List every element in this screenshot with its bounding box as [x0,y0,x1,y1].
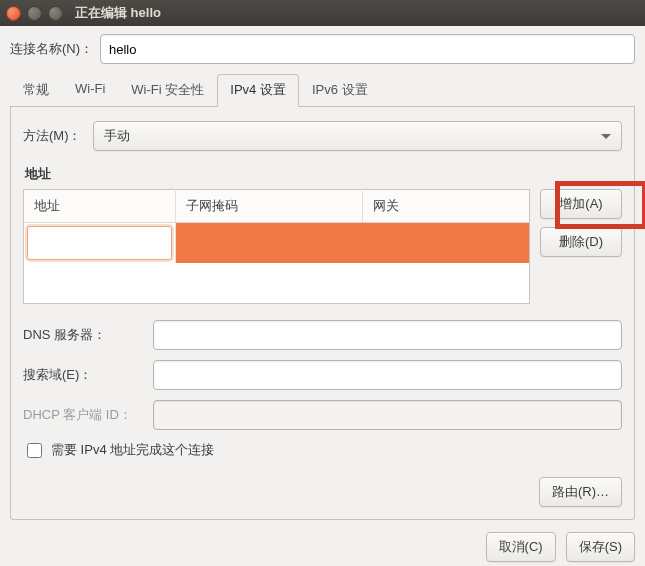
ipv4-panel: 方法(M)： 手动 地址 地址 子网掩码 网关 [10,107,635,520]
column-header-gateway[interactable]: 网关 [363,190,530,223]
tab-ipv6-settings[interactable]: IPv6 设置 [299,74,381,107]
require-ipv4-checkbox[interactable] [27,443,42,458]
dns-servers-input[interactable] [153,320,622,350]
table-header-row: 地址 子网掩码 网关 [24,190,530,223]
connection-name-label: 连接名称(N)： [10,40,100,58]
method-value: 手动 [104,127,130,145]
chevron-down-icon [601,134,611,139]
search-domains-label: 搜索域(E)： [23,366,153,384]
address-cell-input[interactable] [27,226,172,260]
tab-general[interactable]: 常规 [10,74,62,107]
tab-wifi[interactable]: Wi-Fi [62,74,118,107]
dns-servers-label: DNS 服务器： [23,326,153,344]
column-header-netmask[interactable]: 子网掩码 [175,190,362,223]
addresses-table[interactable]: 地址 子网掩码 网关 [23,189,530,304]
method-dropdown[interactable]: 手动 [93,121,622,151]
tabs: 常规 Wi-Fi Wi-Fi 安全性 IPv4 设置 IPv6 设置 [10,74,635,107]
dhcp-client-id-label: DHCP 客户端 ID： [23,406,153,424]
table-empty-area [24,263,530,303]
selected-row-highlight [175,223,529,264]
delete-button[interactable]: 删除(D) [540,227,622,257]
require-ipv4-label: 需要 IPv4 地址完成这个连接 [51,441,214,459]
window-titlebar: 正在编辑 hello [0,0,645,26]
dhcp-client-id-input [153,400,622,430]
tab-wifi-security[interactable]: Wi-Fi 安全性 [118,74,217,107]
add-button[interactable]: 增加(A) [540,189,622,219]
save-button[interactable]: 保存(S) [566,532,635,562]
tab-ipv4-settings[interactable]: IPv4 设置 [217,74,299,107]
maximize-icon[interactable] [48,6,63,21]
method-label: 方法(M)： [23,127,93,145]
cancel-button[interactable]: 取消(C) [486,532,556,562]
routes-button[interactable]: 路由(R)… [539,477,622,507]
table-row[interactable] [24,223,530,264]
column-header-address[interactable]: 地址 [24,190,176,223]
close-icon[interactable] [6,6,21,21]
minimize-icon[interactable] [27,6,42,21]
window-title: 正在编辑 hello [75,4,161,22]
connection-name-input[interactable] [100,34,635,64]
addresses-section-label: 地址 [25,165,622,183]
search-domains-input[interactable] [153,360,622,390]
